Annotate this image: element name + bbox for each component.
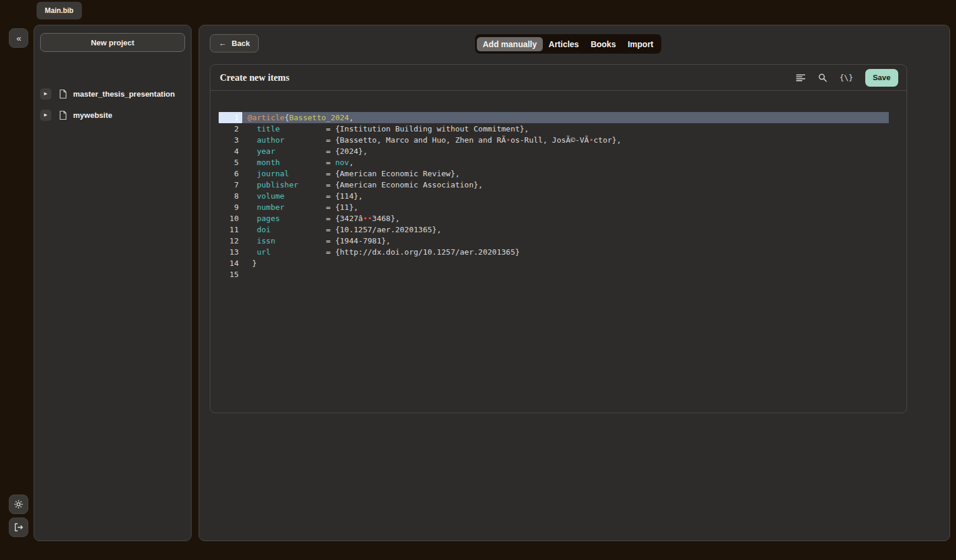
code-token: doi xyxy=(257,225,271,234)
code-token xyxy=(248,236,257,245)
line-number: 13 xyxy=(219,246,242,258)
code-line-content: pages = {3427â••3468}, xyxy=(242,213,889,224)
code-token: = {http://dx.doi.org/10.1257/aer.2020136… xyxy=(271,248,520,256)
code-line[interactable]: 3 author = {Bassetto, Marco and Huo, Zhe… xyxy=(219,134,889,146)
back-button[interactable]: ← Back xyxy=(210,34,259,52)
code-token: ctor}, xyxy=(594,136,621,144)
code-line[interactable]: 2 title = {Institution Building without … xyxy=(219,123,889,134)
expand-caret-button[interactable]: ▶ xyxy=(40,88,51,100)
code-line[interactable]: 10 pages = {3427â••3468}, xyxy=(219,213,889,224)
code-line[interactable]: 8 volume = {114}, xyxy=(219,190,889,202)
code-line[interactable]: 7 publisher = {American Economic Associa… xyxy=(219,179,889,190)
code-line-content: title = {Institution Building without Co… xyxy=(242,123,889,134)
code-token xyxy=(248,248,257,256)
braces-icon[interactable]: {\} xyxy=(839,73,853,82)
code-token: = {2024}, xyxy=(275,147,368,156)
tab-import[interactable]: Import xyxy=(622,37,660,51)
back-button-label: Back xyxy=(232,39,250,48)
line-number: 9 xyxy=(219,202,242,213)
code-token: publisher xyxy=(257,180,298,189)
tab-articles[interactable]: Articles xyxy=(543,37,585,51)
code-token: @article xyxy=(248,113,285,122)
document-icon xyxy=(59,110,67,120)
logout-button[interactable] xyxy=(9,518,28,537)
project-label: mywebsite xyxy=(73,111,112,120)
save-button[interactable]: Save xyxy=(865,69,898,87)
document-icon xyxy=(59,89,67,99)
code-token xyxy=(248,203,257,212)
search-icon[interactable] xyxy=(818,73,828,83)
code-token: issn xyxy=(257,236,275,245)
sidebar-item-master-thesis-presentation[interactable]: ▶ master_thesis_presentation xyxy=(40,85,186,102)
code-line-content: year = {2024}, xyxy=(242,146,889,157)
code-token xyxy=(248,180,257,189)
file-tab-main-bib[interactable]: Main.bib xyxy=(37,2,82,19)
code-line[interactable]: 14 } xyxy=(219,258,889,269)
project-label: master_thesis_presentation xyxy=(73,90,175,98)
expand-caret-button[interactable]: ▶ xyxy=(40,110,51,121)
bibtex-editor[interactable]: 1@article{Bassetto_2024,2 title = {Insti… xyxy=(210,91,906,280)
code-token xyxy=(248,136,257,144)
line-number: 11 xyxy=(219,224,242,235)
code-token: = {Bassetto, Marco and Huo, Zhen and RÃ xyxy=(285,136,506,144)
code-line[interactable]: 11 doi = {10.1257/aer.20201365}, xyxy=(219,224,889,235)
code-token: month xyxy=(257,158,280,167)
code-line[interactable]: 15 xyxy=(219,269,889,280)
code-token: = {11}, xyxy=(285,203,358,212)
code-token: Bassetto_2024 xyxy=(289,113,349,122)
code-line-content: url = {http://dx.doi.org/10.1257/aer.202… xyxy=(242,246,889,258)
code-line[interactable]: 12 issn = {1944-7981}, xyxy=(219,235,889,246)
code-line[interactable]: 5 month = nov, xyxy=(219,157,889,168)
code-line-content: volume = {114}, xyxy=(242,190,889,202)
code-token: number xyxy=(257,203,285,212)
tab-add-manually[interactable]: Add manually xyxy=(477,37,543,51)
code-token xyxy=(248,225,257,234)
new-project-button[interactable]: New project xyxy=(40,33,185,52)
code-token: , xyxy=(349,113,354,122)
code-token xyxy=(248,158,257,167)
code-line[interactable]: 4 year = {2024}, xyxy=(219,146,889,157)
code-token xyxy=(248,124,257,133)
code-line-content xyxy=(242,269,889,280)
tab-books[interactable]: Books xyxy=(585,37,622,51)
code-token: } xyxy=(248,259,257,268)
code-token: nov xyxy=(335,158,349,167)
settings-button[interactable] xyxy=(9,495,28,514)
code-token: 3468}, xyxy=(372,214,400,223)
code-line[interactable]: 9 number = {11}, xyxy=(219,202,889,213)
line-number: 6 xyxy=(219,168,242,179)
code-token: , xyxy=(349,158,354,167)
code-line[interactable]: 13 url = {http://dx.doi.org/10.1257/aer.… xyxy=(219,246,889,258)
code-token: journal xyxy=(257,169,289,178)
line-number: 5 xyxy=(219,157,242,168)
code-token xyxy=(248,169,257,178)
code-token: = {114}, xyxy=(285,192,363,200)
code-token: = {American Economic Review}, xyxy=(289,169,460,178)
code-token: • xyxy=(363,214,368,223)
lines-list-icon[interactable] xyxy=(796,74,806,82)
code-line[interactable]: 6 journal = {American Economic Review}, xyxy=(219,168,889,179)
code-token: pages xyxy=(257,214,280,223)
top-bar: Main.bib xyxy=(0,0,956,21)
sidebar-item-mywebsite[interactable]: ▶ mywebsite xyxy=(40,107,186,123)
editor-title: Create new items xyxy=(220,73,289,83)
new-project-label: New project xyxy=(91,38,134,47)
projects-sidebar: New project ▶ master_thesis_presentation… xyxy=(34,25,192,541)
code-token: = {1944-7981}, xyxy=(275,236,391,245)
code-token: url xyxy=(257,248,271,256)
code-token: = xyxy=(280,158,335,167)
caret-right-icon: ▶ xyxy=(44,91,47,96)
collapse-sidebar-button[interactable]: « xyxy=(9,28,28,48)
line-number: 3 xyxy=(219,134,242,146)
code-token: year xyxy=(257,147,275,156)
code-line-content: journal = {American Economic Review}, xyxy=(242,168,889,179)
code-token xyxy=(248,214,257,223)
code-line-content: doi = {10.1257/aer.20201365}, xyxy=(242,224,889,235)
line-number: 7 xyxy=(219,179,242,190)
code-line[interactable]: 1@article{Bassetto_2024, xyxy=(219,112,889,123)
code-token: • xyxy=(589,136,594,144)
code-token: = {American Economic Association}, xyxy=(298,180,483,189)
gear-icon xyxy=(14,499,24,509)
line-number: 4 xyxy=(219,146,242,157)
line-number: 15 xyxy=(219,269,242,280)
